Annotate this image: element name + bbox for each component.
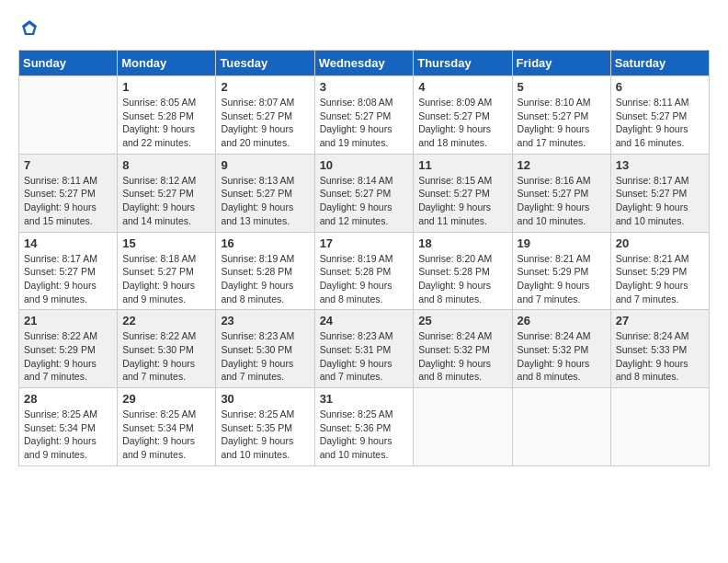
cell-content-day-24: 24Sunrise: 8:23 AMSunset: 5:31 PMDayligh… <box>320 314 409 384</box>
day-info: Sunrise: 8:23 AMSunset: 5:31 PMDaylight:… <box>320 329 409 384</box>
cell-content-day-28: 28Sunrise: 8:25 AMSunset: 5:34 PMDayligh… <box>24 392 112 462</box>
calendar-cell: 1Sunrise: 8:05 AMSunset: 5:28 PMDaylight… <box>118 76 216 155</box>
day-number: 9 <box>221 158 309 172</box>
general-blue-icon <box>18 18 40 40</box>
calendar-cell: 19Sunrise: 8:21 AMSunset: 5:29 PMDayligh… <box>512 232 610 310</box>
calendar-cell <box>610 388 709 466</box>
calendar-cell: 16Sunrise: 8:19 AMSunset: 5:28 PMDayligh… <box>216 232 314 310</box>
cell-content-day-4: 4Sunrise: 8:09 AMSunset: 5:27 PMDaylight… <box>418 80 506 150</box>
day-number: 5 <box>518 80 606 94</box>
day-number: 29 <box>122 392 210 406</box>
calendar-cell: 30Sunrise: 8:25 AMSunset: 5:35 PMDayligh… <box>216 388 314 466</box>
day-info: Sunrise: 8:15 AMSunset: 5:27 PMDaylight:… <box>418 174 506 228</box>
day-number: 26 <box>518 314 606 327</box>
day-number: 2 <box>221 80 309 94</box>
calendar-cell: 11Sunrise: 8:15 AMSunset: 5:27 PMDayligh… <box>414 154 512 232</box>
day-info: Sunrise: 8:22 AMSunset: 5:29 PMDaylight:… <box>24 329 112 384</box>
day-number: 19 <box>518 236 606 250</box>
cell-content-day-21: 21Sunrise: 8:22 AMSunset: 5:29 PMDayligh… <box>24 314 112 384</box>
day-info: Sunrise: 8:11 AMSunset: 5:27 PMDaylight:… <box>616 96 704 150</box>
day-number: 23 <box>221 314 309 327</box>
day-number: 17 <box>320 236 409 250</box>
day-number: 18 <box>418 236 506 250</box>
day-info: Sunrise: 8:14 AMSunset: 5:27 PMDaylight:… <box>320 174 409 228</box>
day-info: Sunrise: 8:13 AMSunset: 5:27 PMDaylight:… <box>221 174 309 228</box>
weekday-header-wednesday: Wednesday <box>314 51 414 76</box>
cell-content-day-6: 6Sunrise: 8:11 AMSunset: 5:27 PMDaylight… <box>616 80 704 150</box>
day-info: Sunrise: 8:20 AMSunset: 5:28 PMDaylight:… <box>418 252 506 306</box>
day-number: 13 <box>616 158 704 172</box>
cell-content-day-1: 1Sunrise: 8:05 AMSunset: 5:28 PMDaylight… <box>122 80 210 150</box>
weekday-header-saturday: Saturday <box>610 51 709 76</box>
day-number: 12 <box>518 158 606 172</box>
day-info: Sunrise: 8:08 AMSunset: 5:27 PMDaylight:… <box>320 96 409 150</box>
day-number: 14 <box>24 236 112 250</box>
day-info: Sunrise: 8:17 AMSunset: 5:27 PMDaylight:… <box>616 174 704 228</box>
cell-content-day-2: 2Sunrise: 8:07 AMSunset: 5:27 PMDaylight… <box>221 80 309 150</box>
cell-content-day-27: 27Sunrise: 8:24 AMSunset: 5:33 PMDayligh… <box>616 314 704 384</box>
day-info: Sunrise: 8:23 AMSunset: 5:30 PMDaylight:… <box>221 329 309 384</box>
calendar-week-row: 28Sunrise: 8:25 AMSunset: 5:34 PMDayligh… <box>19 388 710 466</box>
calendar-cell: 15Sunrise: 8:18 AMSunset: 5:27 PMDayligh… <box>118 232 216 310</box>
calendar-cell: 7Sunrise: 8:11 AMSunset: 5:27 PMDaylight… <box>19 154 118 232</box>
calendar-cell: 18Sunrise: 8:20 AMSunset: 5:28 PMDayligh… <box>414 232 512 310</box>
day-number: 4 <box>418 80 506 94</box>
cell-content-day-22: 22Sunrise: 8:22 AMSunset: 5:30 PMDayligh… <box>122 314 210 384</box>
calendar-week-row: 1Sunrise: 8:05 AMSunset: 5:28 PMDaylight… <box>19 76 710 155</box>
calendar-header-row: SundayMondayTuesdayWednesdayThursdayFrid… <box>19 51 710 76</box>
day-info: Sunrise: 8:19 AMSunset: 5:28 PMDaylight:… <box>221 252 309 306</box>
weekday-header-monday: Monday <box>118 51 216 76</box>
day-info: Sunrise: 8:21 AMSunset: 5:29 PMDaylight:… <box>518 252 606 306</box>
day-info: Sunrise: 8:25 AMSunset: 5:34 PMDaylight:… <box>122 408 210 462</box>
day-info: Sunrise: 8:11 AMSunset: 5:27 PMDaylight:… <box>24 174 112 228</box>
logo <box>18 18 42 40</box>
calendar-week-row: 21Sunrise: 8:22 AMSunset: 5:29 PMDayligh… <box>19 310 710 388</box>
day-info: Sunrise: 8:07 AMSunset: 5:27 PMDaylight:… <box>221 96 309 150</box>
cell-content-day-15: 15Sunrise: 8:18 AMSunset: 5:27 PMDayligh… <box>122 236 210 306</box>
day-info: Sunrise: 8:22 AMSunset: 5:30 PMDaylight:… <box>122 329 210 384</box>
day-info: Sunrise: 8:09 AMSunset: 5:27 PMDaylight:… <box>418 96 506 150</box>
cell-content-day-31: 31Sunrise: 8:25 AMSunset: 5:36 PMDayligh… <box>320 392 409 462</box>
day-info: Sunrise: 8:24 AMSunset: 5:33 PMDaylight:… <box>616 329 704 384</box>
cell-content-day-18: 18Sunrise: 8:20 AMSunset: 5:28 PMDayligh… <box>418 236 506 306</box>
day-info: Sunrise: 8:21 AMSunset: 5:29 PMDaylight:… <box>616 252 704 306</box>
weekday-header-tuesday: Tuesday <box>216 51 314 76</box>
day-info: Sunrise: 8:24 AMSunset: 5:32 PMDaylight:… <box>518 329 606 384</box>
calendar-cell: 3Sunrise: 8:08 AMSunset: 5:27 PMDaylight… <box>314 76 414 155</box>
calendar-cell: 14Sunrise: 8:17 AMSunset: 5:27 PMDayligh… <box>19 232 118 310</box>
calendar-table: SundayMondayTuesdayWednesdayThursdayFrid… <box>18 50 710 466</box>
calendar-cell: 4Sunrise: 8:09 AMSunset: 5:27 PMDaylight… <box>414 76 512 155</box>
calendar-cell: 27Sunrise: 8:24 AMSunset: 5:33 PMDayligh… <box>610 310 709 388</box>
calendar-cell: 13Sunrise: 8:17 AMSunset: 5:27 PMDayligh… <box>610 154 709 232</box>
day-number: 20 <box>616 236 704 250</box>
weekday-header-sunday: Sunday <box>19 51 118 76</box>
calendar-cell: 25Sunrise: 8:24 AMSunset: 5:32 PMDayligh… <box>414 310 512 388</box>
day-number: 15 <box>122 236 210 250</box>
cell-content-day-3: 3Sunrise: 8:08 AMSunset: 5:27 PMDaylight… <box>320 80 409 150</box>
calendar-cell: 26Sunrise: 8:24 AMSunset: 5:32 PMDayligh… <box>512 310 610 388</box>
cell-content-day-23: 23Sunrise: 8:23 AMSunset: 5:30 PMDayligh… <box>221 314 309 384</box>
cell-content-day-20: 20Sunrise: 8:21 AMSunset: 5:29 PMDayligh… <box>616 236 704 306</box>
cell-content-day-26: 26Sunrise: 8:24 AMSunset: 5:32 PMDayligh… <box>518 314 606 384</box>
cell-content-day-17: 17Sunrise: 8:19 AMSunset: 5:28 PMDayligh… <box>320 236 409 306</box>
cell-content-day-12: 12Sunrise: 8:16 AMSunset: 5:27 PMDayligh… <box>518 158 606 228</box>
calendar-cell: 24Sunrise: 8:23 AMSunset: 5:31 PMDayligh… <box>314 310 414 388</box>
calendar-week-row: 7Sunrise: 8:11 AMSunset: 5:27 PMDaylight… <box>19 154 710 232</box>
page-header <box>18 18 710 40</box>
cell-content-day-30: 30Sunrise: 8:25 AMSunset: 5:35 PMDayligh… <box>221 392 309 462</box>
weekday-header-thursday: Thursday <box>414 51 512 76</box>
day-number: 16 <box>221 236 309 250</box>
day-info: Sunrise: 8:24 AMSunset: 5:32 PMDaylight:… <box>418 329 506 384</box>
cell-content-day-10: 10Sunrise: 8:14 AMSunset: 5:27 PMDayligh… <box>320 158 409 228</box>
cell-content-day-14: 14Sunrise: 8:17 AMSunset: 5:27 PMDayligh… <box>24 236 112 306</box>
cell-content-day-7: 7Sunrise: 8:11 AMSunset: 5:27 PMDaylight… <box>24 158 112 228</box>
day-number: 30 <box>221 392 309 406</box>
day-info: Sunrise: 8:19 AMSunset: 5:28 PMDaylight:… <box>320 252 409 306</box>
cell-content-day-8: 8Sunrise: 8:12 AMSunset: 5:27 PMDaylight… <box>122 158 210 228</box>
day-number: 6 <box>616 80 704 94</box>
calendar-cell <box>414 388 512 466</box>
day-number: 31 <box>320 392 409 406</box>
day-info: Sunrise: 8:12 AMSunset: 5:27 PMDaylight:… <box>122 174 210 228</box>
day-number: 3 <box>320 80 409 94</box>
cell-content-day-11: 11Sunrise: 8:15 AMSunset: 5:27 PMDayligh… <box>418 158 506 228</box>
